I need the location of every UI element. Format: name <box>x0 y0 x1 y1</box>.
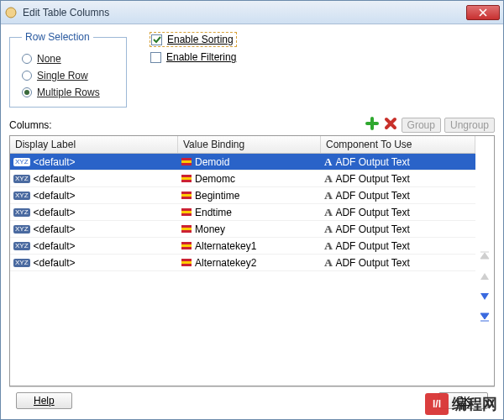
window-title: Edit Table Columns <box>23 7 466 18</box>
xyz-badge-icon: XYZ <box>13 242 30 250</box>
header-display-label[interactable]: Display Label <box>10 136 178 153</box>
xyz-badge-icon: XYZ <box>13 208 30 217</box>
move-down-button[interactable] <box>477 289 492 304</box>
header-value-binding[interactable]: Value Binding <box>178 136 321 153</box>
enable-sorting-row[interactable]: Enable Sorting <box>150 33 236 46</box>
table-row[interactable]: XYZ<default>EndtimeAADF Output Text <box>10 204 475 221</box>
cell-display-label[interactable]: XYZ<default> <box>10 190 178 202</box>
table-header: Display Label Value Binding Component To… <box>10 136 475 154</box>
display-text: <default> <box>34 240 76 252</box>
close-icon <box>479 8 487 17</box>
cell-display-label[interactable]: XYZ<default> <box>10 207 178 218</box>
cell-component[interactable]: AADF Output Text <box>321 206 475 219</box>
cell-display-label[interactable]: XYZ<default> <box>10 240 178 252</box>
ungroup-button: Ungroup <box>444 118 495 133</box>
component-text: ADF Output Text <box>335 207 409 218</box>
xyz-badge-icon: XYZ <box>13 192 30 200</box>
app-icon <box>4 6 18 19</box>
add-column-button[interactable] <box>365 116 380 134</box>
cell-component[interactable]: AADF Output Text <box>321 223 475 236</box>
binding-text: Demomc <box>195 173 235 185</box>
binding-text: Alternatekey2 <box>195 257 256 269</box>
binding-icon <box>181 259 192 266</box>
radio-icon[interactable] <box>22 87 32 97</box>
binding-icon <box>181 208 192 216</box>
xyz-badge-icon: XYZ <box>13 225 30 234</box>
delete-column-button[interactable] <box>383 116 398 134</box>
radio-label: None <box>37 53 61 65</box>
component-a-icon: A <box>324 172 332 186</box>
cell-value-binding[interactable]: Begintime <box>178 190 321 202</box>
enable-sorting-label: Enable Sorting <box>167 34 234 45</box>
columns-toolbar: Columns: Group Ungroup <box>9 116 495 134</box>
move-top-button[interactable] <box>477 249 492 264</box>
enable-filtering-label: Enable Filtering <box>166 51 236 63</box>
cell-display-label[interactable]: XYZ<default> <box>10 173 178 185</box>
watermark: l/l 编程网 <box>425 393 497 415</box>
svg-rect-14 <box>181 261 192 264</box>
cell-display-label[interactable]: XYZ<default> <box>10 223 178 235</box>
component-text: ADF Output Text <box>335 257 409 269</box>
columns-table-wrap: Display Label Value Binding Component To… <box>9 135 495 386</box>
titlebar[interactable]: Edit Table Columns <box>1 1 503 24</box>
move-up-button[interactable] <box>477 269 492 284</box>
radio-option-0[interactable]: None <box>22 53 114 65</box>
columns-label: Columns: <box>9 119 361 131</box>
component-text: ADF Output Text <box>335 173 409 185</box>
component-a-icon: A <box>324 206 332 219</box>
enable-filtering-row[interactable]: Enable Filtering <box>150 51 236 63</box>
component-a-icon: A <box>324 239 332 253</box>
cell-component[interactable]: AADF Output Text <box>321 239 475 253</box>
cell-value-binding[interactable]: Demomc <box>178 173 321 185</box>
xyz-badge-icon: XYZ <box>13 158 30 166</box>
binding-icon <box>181 175 192 182</box>
watermark-logo: l/l <box>425 393 449 415</box>
cell-value-binding[interactable]: Alternatekey2 <box>178 257 321 269</box>
table-row[interactable]: XYZ<default>Alternatekey1AADF Output Tex… <box>10 238 475 255</box>
cell-value-binding[interactable]: Demoid <box>178 156 321 168</box>
cell-component[interactable]: AADF Output Text <box>321 155 475 169</box>
display-text: <default> <box>34 156 76 168</box>
binding-text: Begintime <box>195 190 239 202</box>
close-button[interactable] <box>466 5 500 20</box>
cell-component[interactable]: AADF Output Text <box>321 256 475 270</box>
enable-sorting-checkbox[interactable] <box>151 34 162 45</box>
cell-display-label[interactable]: XYZ<default> <box>10 257 178 269</box>
binding-icon <box>181 225 192 233</box>
radio-label: Single Row <box>37 70 88 81</box>
dialog-content: Row Selection NoneSingle RowMultiple Row… <box>1 24 503 419</box>
plus-icon <box>365 116 380 131</box>
cell-value-binding[interactable]: Endtime <box>178 207 321 218</box>
display-text: <default> <box>34 190 76 202</box>
row-selection-legend: Row Selection <box>22 31 93 43</box>
radio-option-2[interactable]: Multiple Rows <box>22 87 114 98</box>
radio-option-1[interactable]: Single Row <box>22 70 114 81</box>
binding-icon <box>181 192 192 199</box>
svg-rect-12 <box>181 244 192 247</box>
table-row[interactable]: XYZ<default>Alternatekey2AADF Output Tex… <box>10 255 475 271</box>
cell-component[interactable]: AADF Output Text <box>321 189 475 202</box>
table-row[interactable]: XYZ<default>DemoidAADF Output Text <box>10 154 475 171</box>
dialog-window: Edit Table Columns Row Selection NoneSin… <box>0 0 504 420</box>
table-row[interactable]: XYZ<default>BegintimeAADF Output Text <box>10 187 475 204</box>
delete-x-icon <box>383 116 398 131</box>
table-row[interactable]: XYZ<default>MoneyAADF Output Text <box>10 221 475 238</box>
move-bottom-button[interactable] <box>477 309 492 324</box>
cell-value-binding[interactable]: Money <box>178 223 321 235</box>
table-row[interactable]: XYZ<default>DemomcAADF Output Text <box>10 171 475 187</box>
columns-table[interactable]: Display Label Value Binding Component To… <box>10 136 475 386</box>
radio-icon[interactable] <box>22 54 32 64</box>
help-button[interactable]: Help <box>16 392 72 409</box>
radio-icon[interactable] <box>22 71 32 81</box>
cell-value-binding[interactable]: Alternatekey1 <box>178 240 321 252</box>
display-text: <default> <box>34 223 76 235</box>
enable-filtering-checkbox[interactable] <box>150 52 161 63</box>
component-a-icon: A <box>324 256 332 270</box>
binding-text: Money <box>195 223 225 235</box>
header-component[interactable]: Component To Use <box>321 136 475 153</box>
cell-display-label[interactable]: XYZ<default> <box>10 156 178 168</box>
cell-component[interactable]: AADF Output Text <box>321 172 475 186</box>
component-a-icon: A <box>324 155 332 169</box>
binding-text: Endtime <box>195 207 232 218</box>
binding-text: Demoid <box>195 156 229 168</box>
